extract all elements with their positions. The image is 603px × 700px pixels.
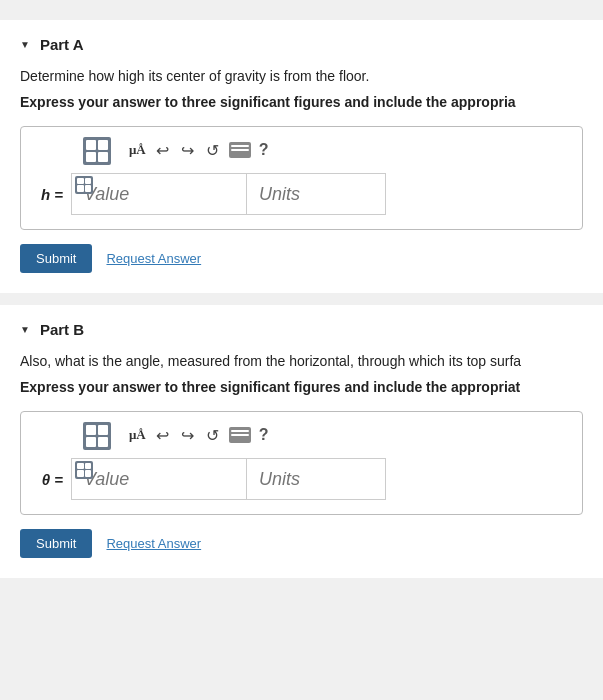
part-b-units-input[interactable]	[246, 458, 386, 500]
part-b-problem-text: Also, what is the angle, measured from t…	[20, 352, 583, 372]
part-b-answer-box: μÅ ↩ ↪ ↺ ? θ =	[20, 411, 583, 515]
part-b-input-row: θ =	[33, 458, 570, 500]
part-b-chevron[interactable]: ▼	[20, 324, 30, 335]
undo-button-a[interactable]: ↩	[154, 139, 171, 162]
mu-label-a[interactable]: μÅ	[129, 142, 146, 158]
matrix-small-icon-b	[75, 461, 93, 479]
undo-button-b[interactable]: ↩	[154, 424, 171, 447]
part-a-btn-row: Submit Request Answer	[20, 244, 583, 273]
help-icon-b[interactable]: ?	[259, 426, 269, 444]
part-a-var-label: h =	[33, 186, 63, 203]
part-a-section: ▼ Part A Determine how high its center o…	[0, 20, 603, 293]
part-a-chevron[interactable]: ▼	[20, 39, 30, 50]
refresh-button-a[interactable]: ↺	[204, 139, 221, 162]
part-b-title: Part B	[40, 321, 84, 338]
part-b-bold-text: Express your answer to three significant…	[20, 378, 583, 398]
matrix-big-icon-a	[83, 137, 111, 165]
part-a-header: ▼ Part A	[20, 36, 583, 53]
part-b-request-answer-button[interactable]: Request Answer	[106, 536, 201, 551]
part-a-bold-text: Express your answer to three significant…	[20, 93, 583, 113]
redo-button-a[interactable]: ↪	[179, 139, 196, 162]
part-a-toolbar: μÅ ↩ ↪ ↺ ?	[33, 137, 570, 163]
part-b-var-label: θ =	[33, 471, 63, 488]
matrix-icon-a[interactable]	[83, 137, 117, 163]
part-a-title: Part A	[40, 36, 84, 53]
matrix-big-icon-b	[83, 422, 111, 450]
part-b-btn-row: Submit Request Answer	[20, 529, 583, 558]
part-b-toolbar: μÅ ↩ ↪ ↺ ?	[33, 422, 570, 448]
redo-button-b[interactable]: ↪	[179, 424, 196, 447]
help-icon-a[interactable]: ?	[259, 141, 269, 159]
mu-label-b[interactable]: μÅ	[129, 427, 146, 443]
refresh-button-b[interactable]: ↺	[204, 424, 221, 447]
part-a-request-answer-button[interactable]: Request Answer	[106, 251, 201, 266]
matrix-icon-b[interactable]	[83, 422, 117, 448]
keyboard-icon-a[interactable]	[229, 142, 251, 158]
part-a-answer-box: μÅ ↩ ↪ ↺ ? h =	[20, 126, 583, 230]
matrix-small-icon-a	[75, 176, 93, 194]
part-b-section: ▼ Part B Also, what is the angle, measur…	[0, 305, 603, 578]
part-b-submit-button[interactable]: Submit	[20, 529, 92, 558]
keyboard-icon-b[interactable]	[229, 427, 251, 443]
part-b-header: ▼ Part B	[20, 321, 583, 338]
part-a-submit-button[interactable]: Submit	[20, 244, 92, 273]
part-a-problem-text: Determine how high its center of gravity…	[20, 67, 583, 87]
part-a-units-input[interactable]	[246, 173, 386, 215]
part-a-input-row: h =	[33, 173, 570, 215]
